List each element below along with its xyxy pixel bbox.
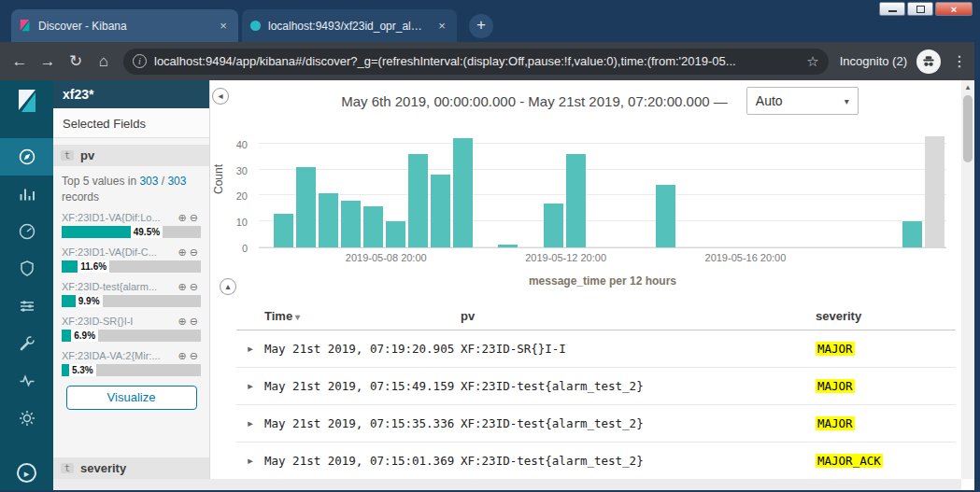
nav-visualize[interactable] [0, 176, 53, 213]
url-text[interactable]: localhost:9494/app/kibana#/discover?_g=(… [154, 54, 799, 68]
field-value-label[interactable]: XF:23ID1-VA{Dif:Lo... [62, 212, 161, 223]
histogram-bar[interactable] [453, 138, 473, 247]
sort-desc-icon[interactable]: ▾ [295, 312, 300, 322]
table-row[interactable]: ▸May 21st 2019, 07:15:49.159XF:23ID-test… [236, 368, 956, 405]
table-row[interactable]: ▸May 21st 2019, 07:15:35.336XF:23ID-test… [236, 405, 956, 443]
bar-chart-icon [17, 184, 37, 204]
column-header-severity[interactable]: severity [816, 309, 956, 323]
highlighted-severity: MAJOR [816, 416, 855, 430]
histogram-bar[interactable] [656, 185, 675, 247]
field-type-badge: t [61, 150, 74, 161]
new-tab-button[interactable]: + [469, 14, 493, 38]
field-value-percent: 5.3% [69, 364, 96, 376]
forward-icon[interactable]: → [34, 52, 62, 71]
zoom-in-icon[interactable]: ⊕ [178, 212, 190, 223]
highlighted-severity: MAJOR [816, 379, 855, 393]
zoom-in-icon[interactable]: ⊕ [178, 246, 190, 258]
y-axis: 010203040 [225, 131, 251, 248]
column-header-pv[interactable]: pv [461, 309, 816, 323]
zoom-out-icon[interactable]: ⊖ [190, 246, 201, 258]
zoom-out-icon[interactable]: ⊖ [190, 350, 201, 361]
row-expand-icon[interactable]: ▸ [236, 343, 264, 355]
field-value-label[interactable]: XF:23IDA-VA:2{Mir:... [62, 350, 161, 361]
record-total-link[interactable]: 303 [167, 175, 186, 188]
collapse-chart-button[interactable]: ▴ [220, 278, 236, 295]
nav-discover[interactable] [0, 138, 53, 176]
histogram-bar[interactable] [296, 167, 316, 247]
browser-menu-icon[interactable]: ⋮ [952, 52, 967, 70]
nav-dev-tools[interactable] [0, 325, 53, 362]
bookmark-star-icon[interactable]: ☆ [806, 53, 818, 70]
histogram-bar[interactable] [544, 204, 563, 247]
reload-icon[interactable]: ↻ [62, 51, 90, 71]
browser-tab-active[interactable]: Discover - Kibana × [11, 9, 238, 42]
zoom-out-icon[interactable]: ⊖ [190, 281, 201, 292]
record-count-link[interactable]: 303 [139, 175, 158, 188]
field-value-label[interactable]: XF:23ID1-VA{Dif-C... [62, 246, 157, 258]
address-bar[interactable]: i localhost:9494/app/kibana#/discover?_g… [123, 49, 829, 75]
page-info-icon[interactable]: i [133, 54, 147, 68]
vertical-scrollbar[interactable]: ▴ [961, 80, 974, 479]
home-icon[interactable]: ⌂ [90, 52, 118, 71]
histogram-bar[interactable] [319, 193, 338, 247]
window-minimize-button[interactable] [879, 2, 905, 16]
histogram-bar[interactable] [902, 221, 922, 247]
column-header-time[interactable]: Time▾ [264, 309, 461, 323]
field-item-pv[interactable]: t pv [53, 145, 209, 166]
cell-pv: XF:23ID-test{alarm_test_2} [461, 454, 816, 468]
kibana-app: ▸ xf23* Selected Fields t pv Top 5 value… [0, 80, 974, 490]
zoom-in-icon[interactable]: ⊕ [178, 350, 190, 361]
histogram-bar[interactable] [274, 214, 293, 247]
row-expand-icon[interactable]: ▸ [236, 417, 264, 429]
nav-dashboard[interactable] [0, 213, 53, 250]
collapse-nav-button[interactable]: ▸ [0, 463, 53, 483]
horizontal-scrollbar[interactable] [53, 479, 961, 490]
table-row[interactable]: ▸May 21st 2019, 07:15:01.369XF:23ID-test… [236, 443, 956, 477]
window-maximize-button[interactable] [907, 2, 933, 16]
scroll-up-icon[interactable]: ▴ [961, 80, 974, 93]
histogram-bar[interactable] [566, 154, 586, 247]
field-value-label[interactable]: XF:23ID-SR{}I-I [62, 316, 133, 327]
field-name[interactable]: severity [80, 461, 126, 475]
kibana-logo[interactable] [0, 80, 53, 121]
tab-close-icon[interactable]: × [434, 19, 449, 34]
index-pattern-selector[interactable]: xf23* [53, 80, 209, 108]
histogram-bar[interactable] [498, 245, 518, 247]
tab-close-icon[interactable]: × [216, 19, 231, 34]
y-tick-label: 30 [236, 165, 248, 176]
browser-tab-inactive[interactable]: localhost:9493/xf23id_opr_alarms × [242, 9, 457, 42]
documents-table: Time▾ pv severity ▸May 21st 2019, 07:19:… [236, 302, 956, 477]
collapse-sidebar-button[interactable]: ◂ [212, 88, 229, 105]
histogram-bar[interactable] [386, 221, 405, 247]
visualize-button[interactable]: Visualize [66, 386, 197, 410]
nav-management[interactable] [0, 400, 53, 437]
histogram-bar[interactable] [341, 201, 361, 247]
field-top-value: XF:23ID-test{alarm...⊕⊖9.9% [62, 281, 201, 307]
zoom-out-icon[interactable]: ⊖ [190, 316, 201, 327]
cell-severity: MAJOR [816, 416, 956, 430]
time-range-label[interactable]: May 6th 2019, 00:00:00.000 - May 21st 20… [341, 93, 728, 109]
field-item-severity[interactable]: t severity [53, 457, 209, 479]
histogram-bar[interactable] [431, 175, 450, 247]
histogram-bar[interactable] [363, 206, 383, 247]
chart-plot-area[interactable] [259, 131, 946, 248]
back-icon[interactable]: ← [6, 52, 34, 71]
histogram-bar[interactable] [925, 136, 944, 247]
nav-security[interactable] [0, 250, 53, 288]
nav-timelion[interactable] [0, 288, 53, 325]
field-name[interactable]: pv [80, 148, 94, 162]
zoom-in-icon[interactable]: ⊕ [178, 316, 190, 327]
histogram-bar[interactable] [408, 154, 428, 247]
window-close-button[interactable]: × [935, 2, 973, 16]
nav-monitoring[interactable] [0, 362, 53, 400]
scrollbar-thumb[interactable] [963, 95, 973, 162]
row-expand-icon[interactable]: ▸ [236, 455, 264, 467]
interval-select[interactable]: Auto ▾ [746, 87, 859, 115]
zoom-in-icon[interactable]: ⊕ [178, 281, 190, 292]
field-type-badge: t [61, 463, 74, 473]
field-value-label[interactable]: XF:23ID-test{alarm... [62, 281, 157, 292]
zoom-out-icon[interactable]: ⊖ [190, 212, 201, 223]
play-icon: ▸ [17, 463, 36, 483]
table-row[interactable]: ▸May 21st 2019, 07:19:20.905XF:23ID-SR{}… [236, 330, 956, 368]
row-expand-icon[interactable]: ▸ [236, 380, 264, 392]
